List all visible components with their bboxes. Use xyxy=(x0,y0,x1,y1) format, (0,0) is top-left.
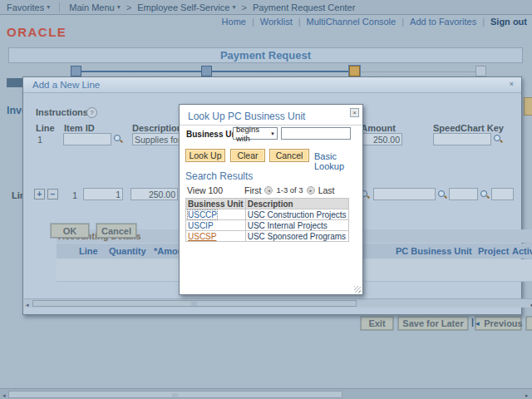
page-range: 1-3 of 3 xyxy=(276,185,303,195)
activity-input[interactable] xyxy=(491,188,514,200)
page-horizontal-scrollbar[interactable]: ◂ ||| ▸ xyxy=(0,388,532,399)
train-step-3-active[interactable] xyxy=(349,66,360,76)
scroll-left-icon[interactable]: ◂ xyxy=(26,301,29,308)
background-button-fragment xyxy=(524,97,532,116)
sign-out-link[interactable]: Sign out xyxy=(490,17,527,27)
scrollbar-grip-icon: ||| xyxy=(172,392,179,397)
result-description: USC Sponsored Programs xyxy=(245,231,348,242)
save-for-later-button[interactable]: Save for Later xyxy=(398,317,468,330)
row-line-number: 1 xyxy=(72,190,77,200)
background-tab-fragment xyxy=(7,78,22,87)
scrollbar-grip-icon: ||| xyxy=(191,301,198,306)
amount-input[interactable] xyxy=(131,188,178,200)
scroll-left-icon[interactable]: ◂ xyxy=(2,392,6,399)
help-icon[interactable]: ? xyxy=(86,107,97,118)
main-menu[interactable]: Main Menu ▾ xyxy=(69,2,120,12)
header-description: Description xyxy=(245,199,348,209)
speedchart-key-label: SpeedChart Key xyxy=(433,123,504,133)
table-row: USCIP USC Internal Projects xyxy=(186,220,349,231)
page-back-icon[interactable]: ◂ xyxy=(264,186,273,195)
quantity-input[interactable] xyxy=(83,188,123,200)
lookup-cancel-button[interactable]: Cancel xyxy=(269,149,309,162)
page-title: Payment Request xyxy=(8,47,523,63)
lookup-dialog-title: Look Up PC Business Unit xyxy=(188,111,305,122)
next-button-partial[interactable] xyxy=(526,317,532,330)
item-id-label: Item ID xyxy=(64,123,95,133)
speedchart-key-input[interactable] xyxy=(433,133,491,145)
breadcrumb-divider xyxy=(59,2,60,12)
project-input[interactable] xyxy=(449,188,478,200)
chevron-down-icon: ▾ xyxy=(117,3,121,11)
title-divider xyxy=(180,125,362,126)
ok-button[interactable]: OK xyxy=(51,224,89,238)
column-line: Line xyxy=(79,246,98,256)
breadcrumb: Favorites ▾ Main Menu ▾ > Employee Self-… xyxy=(0,0,532,15)
screen: Favorites ▾ Main Menu ▾ > Employee Self-… xyxy=(0,0,532,399)
table-row: USCCP USC Construction Projects xyxy=(186,209,349,220)
look-up-button[interactable]: Look Up xyxy=(185,149,225,162)
results-pagination: View 100 First ◂ 1-3 of 3 ▸ Last xyxy=(187,185,357,195)
link-separator-icon: | xyxy=(252,17,254,27)
multichannel-console-link[interactable]: MultiChannel Console xyxy=(307,17,397,27)
breadcrumb-payment-request-center[interactable]: Payment Request Center xyxy=(253,2,356,12)
pc-business-unit-lookup-icon[interactable] xyxy=(438,190,448,200)
select-caret-icon: ▼ xyxy=(270,131,275,136)
instructions-label: Instructions xyxy=(36,107,88,117)
item-id-input[interactable] xyxy=(63,133,111,145)
business-unit-search-input[interactable] xyxy=(281,127,351,140)
basic-lookup-link[interactable]: Basic Lookup xyxy=(314,151,362,171)
pc-business-unit-input[interactable] xyxy=(373,188,436,200)
link-separator-icon: | xyxy=(482,17,485,27)
column-pc-business-unit: PC Business Unit xyxy=(396,246,472,256)
breadcrumb-employee-self-service[interactable]: Employee Self-Service ▾ xyxy=(137,2,235,12)
first-link[interactable]: First xyxy=(244,185,261,195)
result-description: USC Internal Projects xyxy=(245,220,348,231)
dialog-hscroll-thumb[interactable]: ||| xyxy=(32,300,357,307)
project-lookup-icon[interactable] xyxy=(480,190,490,200)
speedchart-lookup-icon[interactable] xyxy=(494,135,504,145)
line-number-value: 1 xyxy=(37,135,42,145)
breadcrumb-separator-icon: > xyxy=(241,2,246,12)
operator-select[interactable]: begins with ▼ xyxy=(233,127,278,140)
link-separator-icon: | xyxy=(401,17,404,27)
view-100-link[interactable]: View 100 xyxy=(187,185,223,195)
train-line-todo xyxy=(356,71,480,72)
page-forward-icon[interactable]: ▸ xyxy=(307,186,315,195)
scroll-right-icon[interactable]: ▸ xyxy=(525,392,529,399)
column-activity: Activity xyxy=(512,246,532,256)
line-label-fragment: Line xyxy=(12,190,22,200)
add-to-favorites-link[interactable]: Add to Favorites xyxy=(410,17,476,27)
header-business-unit: Business Unit xyxy=(186,199,246,209)
remove-row-button[interactable]: − xyxy=(47,189,58,200)
exit-button[interactable]: Exit xyxy=(361,317,393,330)
close-icon[interactable]: × xyxy=(510,80,514,88)
resize-handle[interactable] xyxy=(354,286,361,293)
add-new-line-dialog-title: Add a New Line xyxy=(23,77,521,93)
result-link-usccp[interactable]: USCCP xyxy=(188,210,217,219)
favorites-menu[interactable]: Favorites ▾ xyxy=(7,2,50,12)
home-link[interactable]: Home xyxy=(222,17,246,27)
table-header-row: Business Unit Description xyxy=(186,199,349,209)
result-link-uscsp[interactable]: USCSP xyxy=(188,232,216,241)
chevron-down-icon: ▾ xyxy=(47,3,50,11)
train-step-4[interactable] xyxy=(475,66,486,76)
cancel-button[interactable]: Cancel xyxy=(96,224,136,238)
train-step-1[interactable] xyxy=(71,66,81,76)
worklist-link[interactable]: Worklist xyxy=(260,17,293,27)
breadcrumb-separator-icon: > xyxy=(126,2,131,12)
page-scroll-thumb[interactable]: ||| xyxy=(8,391,342,398)
train-step-2[interactable] xyxy=(201,66,212,76)
close-icon[interactable]: × xyxy=(350,108,359,117)
item-id-lookup-icon[interactable] xyxy=(114,135,124,145)
last-link[interactable]: Last xyxy=(318,185,335,195)
result-link-uscip[interactable]: USCIP xyxy=(188,221,214,230)
oracle-logo: ORACLE xyxy=(7,25,66,39)
description-label: Description xyxy=(132,123,183,133)
invoice-section-fragment: Invoice xyxy=(7,105,22,116)
clear-button[interactable]: Clear xyxy=(230,149,265,162)
result-description: USC Construction Projects xyxy=(245,209,348,220)
train-line-done xyxy=(73,71,356,72)
previous-button[interactable]: ◄ Previous xyxy=(475,317,521,330)
add-row-button[interactable]: + xyxy=(34,189,45,200)
dialog-horizontal-scrollbar[interactable]: ◂ ||| ▸ xyxy=(24,298,532,308)
